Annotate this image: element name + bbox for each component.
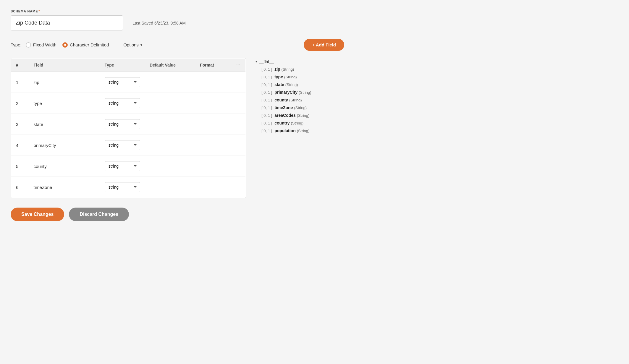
discard-changes-button[interactable]: Discard Changes [69,208,129,221]
tree-item-name: state [274,82,284,87]
tree-item-name: county [274,98,288,102]
col-header-type: Type [100,59,145,72]
row-num: 2 [11,93,29,114]
last-saved-text: Last Saved 6/23/23, 9:58 AM [132,21,186,25]
table-row: 3statestringintegerfloatbooleandate [11,114,246,135]
row-default-value [145,156,195,177]
table-row: 5countystringintegerfloatbooleandate [11,156,246,177]
row-num: 4 [11,135,29,156]
list-item: [ 0, 1 ]type (String) [261,75,344,79]
row-field-name: county [29,156,100,177]
row-more[interactable] [231,156,245,177]
tree-item-range: [ 0, 1 ] [261,98,272,102]
list-item: [ 0, 1 ]zip (String) [261,67,344,72]
row-more[interactable] [231,177,245,198]
row-type-cell: stringintegerfloatbooleandate [100,72,145,93]
row-more[interactable] [231,135,245,156]
chevron-down-icon: ▾ [140,43,142,47]
type-select[interactable]: stringintegerfloatbooleandate [105,119,140,129]
list-item: [ 0, 1 ]timeZone (String) [261,105,344,110]
tree-item-name: primaryCity [274,90,297,95]
tree-item-range: [ 0, 1 ] [261,129,272,133]
row-more[interactable] [231,72,245,93]
table-row: 4primaryCitystringintegerfloatbooleandat… [11,135,246,156]
type-select[interactable]: stringintegerfloatbooleandate [105,161,140,171]
type-label: Type: [11,42,22,47]
tree-item-range: [ 0, 1 ] [261,75,272,79]
schema-name-input[interactable] [11,15,123,30]
tree-items: [ 0, 1 ]zip (String)[ 0, 1 ]type (String… [256,67,344,133]
row-format [195,156,231,177]
row-type-cell: stringintegerfloatbooleandate [100,177,145,198]
row-default-value [145,135,195,156]
radio-fixed-width-label: Fixed Width [33,42,56,47]
row-num: 5 [11,156,29,177]
tree-item-range: [ 0, 1 ] [261,113,272,118]
tree-item-type: (String) [284,75,297,79]
tree-item-type: (String) [282,67,294,72]
tree-item-name: population [274,128,296,133]
row-more[interactable] [231,93,245,114]
row-num: 1 [11,72,29,93]
sidebar-panel: ▾ __flat__ [ 0, 1 ]zip (String)[ 0, 1 ]t… [256,58,344,133]
row-default-value [145,93,195,114]
table-body: 1zipstringintegerfloatbooleandate2typest… [11,72,246,198]
tree-item-type: (String) [297,113,310,118]
pipe-divider: | [114,42,116,48]
row-type-cell: stringintegerfloatbooleandate [100,156,145,177]
table-header-row: # Field Type Default Value Format ··· [11,59,246,72]
save-changes-button[interactable]: Save Changes [11,208,64,221]
add-field-button[interactable]: + Add Field [304,39,344,51]
row-type-cell: stringintegerfloatbooleandate [100,93,145,114]
list-item: [ 0, 1 ]state (String) [261,82,344,87]
list-item: [ 0, 1 ]county (String) [261,98,344,102]
row-format [195,135,231,156]
schema-name-label: SCHEMA NAME* [11,9,344,13]
table-row: 6timeZonestringintegerfloatbooleandate [11,177,246,198]
schema-table-section: # Field Type Default Value Format ··· 1z… [11,58,246,198]
col-header-format: Format [195,59,231,72]
schema-table: # Field Type Default Value Format ··· 1z… [11,58,246,198]
options-label: Options [123,42,139,47]
tree-item-name: timeZone [274,105,293,110]
row-num: 6 [11,177,29,198]
type-select[interactable]: stringintegerfloatbooleandate [105,182,140,192]
row-default-value [145,177,195,198]
col-header-field: Field [29,59,100,72]
list-item: [ 0, 1 ]primaryCity (String) [261,90,344,95]
row-field-name: state [29,114,100,135]
radio-fixed-width-circle [26,42,31,48]
radio-char-delimited[interactable]: Character Delimited [62,42,109,48]
col-header-default: Default Value [145,59,195,72]
tree-root-label: __flat__ [259,59,274,64]
bottom-bar: Save Changes Discard Changes [11,208,344,221]
required-star: * [38,9,40,13]
type-select[interactable]: stringintegerfloatbooleandate [105,140,140,150]
tree-item-range: [ 0, 1 ] [261,90,272,95]
list-item: [ 0, 1 ]areaCodes (String) [261,113,344,118]
radio-char-delimited-label: Character Delimited [70,42,109,47]
col-header-more: ··· [231,59,245,72]
list-item: [ 0, 1 ]population (String) [261,128,344,133]
tree-root: ▾ __flat__ [256,59,344,64]
tree-item-range: [ 0, 1 ] [261,121,272,125]
radio-fixed-width[interactable]: Fixed Width [26,42,56,48]
tree-collapse-icon[interactable]: ▾ [256,60,257,64]
row-field-name: zip [29,72,100,93]
row-num: 3 [11,114,29,135]
type-select[interactable]: stringintegerfloatbooleandate [105,98,140,108]
tree-item-range: [ 0, 1 ] [261,106,272,110]
options-button[interactable]: Options ▾ [121,41,145,48]
row-more[interactable] [231,114,245,135]
row-type-cell: stringintegerfloatbooleandate [100,135,145,156]
row-field-name: type [29,93,100,114]
row-type-cell: stringintegerfloatbooleandate [100,114,145,135]
row-field-name: timeZone [29,177,100,198]
row-format [195,177,231,198]
row-format [195,72,231,93]
type-select[interactable]: stringintegerfloatbooleandate [105,77,140,87]
tree-item-type: (String) [289,98,302,102]
table-row: 2typestringintegerfloatbooleandate [11,93,246,114]
tree-item-name: country [274,121,290,125]
tree-item-name: type [274,75,283,79]
